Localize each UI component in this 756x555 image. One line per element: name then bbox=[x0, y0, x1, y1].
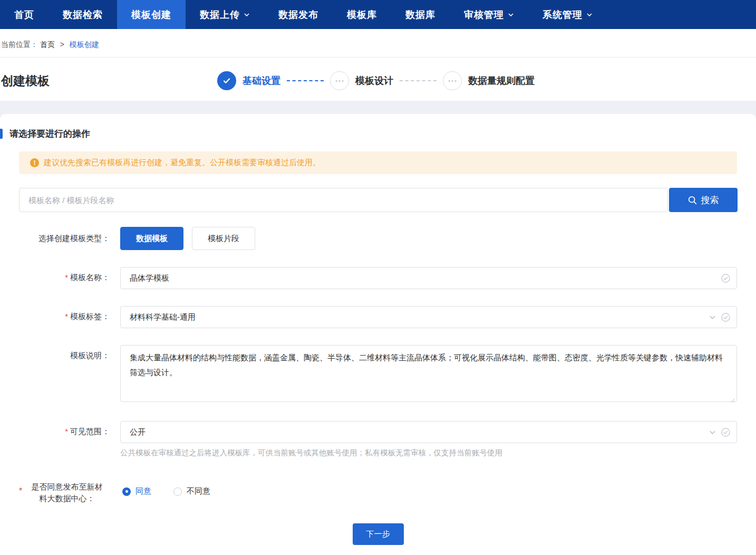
nav-item-system-management[interactable]: 系统管理 bbox=[528, 0, 607, 29]
nav-item-review-management[interactable]: 审核管理 bbox=[450, 0, 528, 29]
visibility-hint: 公共模板在审核通过之后将进入模板库，可供当前账号或其他账号使用；私有模板无需审核… bbox=[120, 448, 737, 458]
template-type-label: 选择创建模板类型： bbox=[0, 234, 110, 244]
top-nav: 首页 数据检索 模板创建 数据上传 数据发布 模板库 数据库 审核管理 系统管理 bbox=[0, 0, 756, 29]
nav-item-database[interactable]: 数据库 bbox=[391, 0, 450, 29]
nav-item-template-library[interactable]: 模板库 bbox=[333, 0, 391, 29]
form-row-visibility: *可见范围： bbox=[0, 421, 756, 443]
notice-banner: ! 建议优先搜索已有模板再进行创建，避免重复。公开模板需要审核通过后使用。 bbox=[19, 151, 737, 174]
form-row-template-name: *模板名称： bbox=[0, 267, 756, 289]
step-connector bbox=[287, 80, 324, 81]
main-card: 请选择要进行的操作 ! 建议优先搜索已有模板再进行创建，避免重复。公开模板需要审… bbox=[0, 114, 756, 555]
template-desc-field-wrap: 集成大量晶体材料的结构与性能数据，涵盖金属、陶瓷、半导体、二维材料等主流晶体体系… bbox=[120, 345, 737, 404]
step-connector bbox=[400, 80, 437, 81]
step-label: 模板设计 bbox=[355, 74, 393, 87]
search-button-label: 搜索 bbox=[701, 194, 719, 206]
step-done-icon bbox=[217, 71, 236, 90]
chevron-down-icon bbox=[508, 12, 514, 18]
section-accent-bar bbox=[0, 129, 3, 139]
next-step-button[interactable]: 下一步 bbox=[353, 523, 404, 545]
consent-radio-group: 同意 不同意 bbox=[122, 481, 210, 496]
template-tag-field-wrap bbox=[120, 306, 737, 328]
visibility-select[interactable] bbox=[120, 421, 737, 443]
template-desc-textarea[interactable]: 集成大量晶体材料的结构与性能数据，涵盖金属、陶瓷、半导体、二维材料等主流晶体体系… bbox=[120, 345, 737, 402]
section-title: 请选择要进行的操作 bbox=[9, 128, 90, 140]
step-basic-settings: 基础设置 bbox=[217, 71, 280, 90]
notice-text: 建议优先搜索已有模板再进行创建，避免重复。公开模板需要审核通过后使用。 bbox=[44, 158, 321, 168]
breadcrumb-prefix: 当前位置： bbox=[1, 40, 38, 49]
search-button[interactable]: 搜索 bbox=[669, 188, 738, 212]
required-mark: * bbox=[65, 273, 68, 282]
step-template-design: ••• 模板设计 bbox=[330, 71, 393, 90]
template-name-label: *模板名称： bbox=[0, 267, 110, 289]
required-mark: * bbox=[65, 427, 68, 436]
form-row-consent: * 是否同意发布至新材 料大数据中心： 同意 不同意 bbox=[0, 481, 756, 504]
template-desc-label: 模板说明： bbox=[0, 345, 110, 404]
step-data-rule-config: ••• 数据量规则配置 bbox=[443, 71, 535, 90]
step-pending-icon: ••• bbox=[443, 71, 462, 90]
breadcrumb-separator: > bbox=[60, 40, 64, 49]
nav-item-data-publish[interactable]: 数据发布 bbox=[264, 0, 333, 29]
breadcrumb-current-link[interactable]: 模板创建 bbox=[70, 40, 99, 49]
search-input[interactable] bbox=[19, 188, 668, 212]
radio-disagree-label: 不同意 bbox=[187, 486, 210, 496]
required-mark: * bbox=[65, 312, 68, 321]
template-type-buttons: 数据模板 模板片段 bbox=[120, 227, 255, 250]
radio-selected-icon bbox=[122, 487, 131, 496]
page-title: 创建模板 bbox=[1, 73, 50, 89]
type-button-data-template[interactable]: 数据模板 bbox=[120, 227, 183, 250]
form-row-template-desc: 模板说明： 集成大量晶体材料的结构与性能数据，涵盖金属、陶瓷、半导体、二维材料等… bbox=[0, 345, 756, 404]
template-name-field-wrap bbox=[120, 267, 737, 289]
form-row-template-tag: *模板标签： bbox=[0, 306, 756, 328]
radio-agree[interactable]: 同意 bbox=[122, 486, 151, 496]
circle-check-icon bbox=[721, 428, 730, 437]
nav-item-data-search[interactable]: 数据检索 bbox=[49, 0, 117, 29]
next-row: 下一步 bbox=[0, 523, 756, 545]
step-pending-icon: ••• bbox=[330, 71, 349, 90]
section-head: 请选择要进行的操作 bbox=[0, 114, 756, 140]
resize-handle-icon[interactable] bbox=[730, 396, 735, 401]
warning-icon: ! bbox=[30, 158, 39, 167]
template-type-row: 选择创建模板类型： 数据模板 模板片段 bbox=[0, 227, 756, 250]
title-row: 创建模板 基础设置 ••• 模板设计 ••• 数据量规则配置 bbox=[0, 58, 756, 101]
chevron-down-icon bbox=[244, 12, 250, 18]
search-icon bbox=[688, 196, 697, 205]
ellipsis-icon: ••• bbox=[334, 78, 345, 84]
consent-label: 是否同意发布至新材 料大数据中心： bbox=[24, 481, 110, 504]
stepper: 基础设置 ••• 模板设计 ••• 数据量规则配置 bbox=[217, 71, 535, 90]
breadcrumb: 当前位置： 首页 > 模板创建 bbox=[0, 29, 756, 58]
template-name-input[interactable] bbox=[120, 267, 737, 289]
required-mark: * bbox=[19, 481, 22, 504]
circle-check-icon bbox=[721, 313, 730, 322]
nav-item-template-create[interactable]: 模板创建 bbox=[117, 0, 186, 29]
radio-agree-label: 同意 bbox=[135, 486, 151, 496]
template-tag-label: *模板标签： bbox=[0, 306, 110, 328]
ellipsis-icon: ••• bbox=[447, 78, 458, 84]
circle-check-icon bbox=[721, 274, 730, 283]
radio-unselected-icon bbox=[173, 487, 182, 496]
chevron-down-icon[interactable] bbox=[708, 428, 717, 437]
chevron-down-icon bbox=[586, 12, 593, 18]
nav-item-home[interactable]: 首页 bbox=[0, 0, 49, 29]
radio-disagree[interactable]: 不同意 bbox=[173, 486, 210, 496]
visibility-field-wrap bbox=[120, 421, 737, 443]
chevron-down-icon[interactable] bbox=[708, 313, 717, 322]
type-button-template-fragment[interactable]: 模板片段 bbox=[192, 227, 255, 250]
step-label: 数据量规则配置 bbox=[468, 74, 535, 87]
nav-item-data-upload[interactable]: 数据上传 bbox=[186, 0, 264, 29]
template-tag-select[interactable] bbox=[120, 306, 737, 328]
step-label: 基础设置 bbox=[243, 74, 280, 87]
visibility-label: *可见范围： bbox=[0, 421, 110, 443]
search-row: 搜索 bbox=[19, 188, 738, 212]
breadcrumb-home-link[interactable]: 首页 bbox=[40, 40, 55, 49]
